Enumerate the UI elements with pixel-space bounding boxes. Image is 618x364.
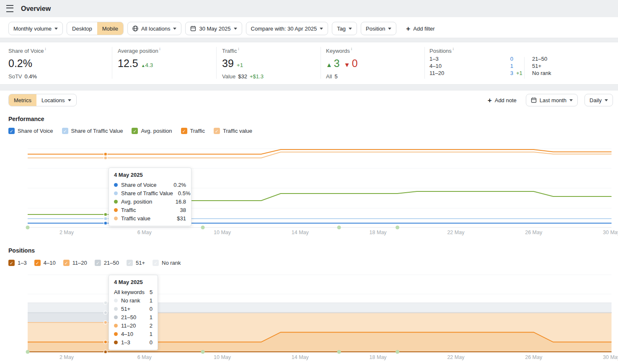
table-row: 51+ xyxy=(532,62,551,70)
info-icon[interactable]: i xyxy=(238,47,239,51)
series-dot-icon xyxy=(114,183,118,187)
tab-locations[interactable]: Locations xyxy=(36,94,76,106)
menu-icon[interactable] xyxy=(6,5,13,12)
plus-icon: + xyxy=(488,97,492,104)
positions-mini-table-right: 21–50 51+ No rank xyxy=(532,55,551,77)
tooltip-row: No rank1 xyxy=(114,296,153,305)
checkbox-checked-icon: ✓ xyxy=(181,128,187,134)
svg-text:18 May: 18 May xyxy=(370,230,387,235)
chevron-down-icon xyxy=(68,99,71,101)
stat-value: 0.2% xyxy=(8,57,32,70)
legend-traffic-value[interactable]: ✓Traffic value xyxy=(214,128,252,134)
chevron-down-icon xyxy=(349,28,352,30)
legend-traffic[interactable]: ✓Traffic xyxy=(181,128,205,134)
checkbox-checked-icon: ✓ xyxy=(127,260,133,266)
tooltip-row: All keywords5 xyxy=(114,288,153,296)
svg-text:30 May: 30 May xyxy=(603,354,618,360)
date-dropdown[interactable]: 30 May 2025 xyxy=(185,22,242,35)
positions-legend: ✓1–3 ✓4–10 ✓11–20 ✓21–50 ✓51+ ✓No rank xyxy=(8,260,181,266)
series-dot-icon xyxy=(114,307,118,311)
stat-average-position: Average positioni 12.5 ▲4.3 xyxy=(118,47,160,70)
info-icon[interactable]: i xyxy=(45,47,46,51)
position-dropdown[interactable]: Position xyxy=(361,22,396,35)
svg-text:10 May: 10 May xyxy=(214,354,231,360)
series-dot-icon xyxy=(114,315,118,319)
series-dot-icon xyxy=(114,217,118,220)
down-triangle-icon: ▼ xyxy=(344,61,350,68)
checkbox-checked-icon: ✓ xyxy=(62,128,68,134)
checkbox-checked-icon: ✓ xyxy=(8,128,15,134)
legend-21-50[interactable]: ✓21–50 xyxy=(95,260,119,266)
legend-share-of-voice[interactable]: ✓Share of Voice xyxy=(8,128,53,134)
tooltip-row: Share of Traffic Value0.5% xyxy=(114,189,186,197)
table-row: 1–3 0 xyxy=(429,55,522,62)
stat-delta: ▲4.3 xyxy=(141,62,153,68)
legend-share-of-traffic-value[interactable]: ✓Share of Traffic Value xyxy=(62,128,123,134)
stat-positions: Positionsi xyxy=(429,47,454,54)
position-dropdown-label: Position xyxy=(366,26,385,32)
granularity-dropdown-label: Daily xyxy=(590,97,602,103)
tag-dropdown[interactable]: Tag xyxy=(332,22,357,35)
divider xyxy=(216,47,217,79)
series-dot-icon xyxy=(114,208,118,212)
stat-keywords: Keywordsi ▲3 ▼0 All5 xyxy=(326,47,358,80)
volume-dropdown[interactable]: Monthly volume xyxy=(8,22,63,35)
device-toggle-mobile[interactable]: Mobile xyxy=(97,22,123,35)
info-icon[interactable]: i xyxy=(160,47,160,51)
positions-chart[interactable]: 2 May6 May10 May14 May18 May22 May26 May… xyxy=(0,271,618,364)
add-note-label: Add note xyxy=(495,97,517,103)
stat-label: Average position xyxy=(118,48,158,54)
series-dot-icon xyxy=(114,341,118,344)
divider xyxy=(424,47,425,79)
svg-text:14 May: 14 May xyxy=(292,230,309,235)
chevron-down-icon xyxy=(388,28,391,30)
calendar-icon xyxy=(190,26,196,31)
tooltip-row: Share of Voice0.2% xyxy=(114,181,186,189)
stat-sub-value: 0.4% xyxy=(25,73,37,80)
tab-metrics[interactable]: Metrics xyxy=(9,94,36,106)
stat-share-of-voice: Share of Voicei 0.2% SoTV0.4% xyxy=(8,47,46,80)
legend-11-20[interactable]: ✓11–20 xyxy=(63,260,87,266)
stat-sub-value: $32 xyxy=(238,73,247,80)
add-note-button[interactable]: + Add note xyxy=(485,94,519,106)
compare-dropdown[interactable]: Compare with: 30 Apr 2025 xyxy=(246,22,328,35)
range-dropdown[interactable]: Last month xyxy=(526,94,578,106)
add-filter-label: Add filter xyxy=(413,26,434,32)
granularity-dropdown[interactable]: Daily xyxy=(584,94,613,106)
stat-delta: +1 xyxy=(237,62,243,68)
info-icon[interactable]: i xyxy=(351,47,352,51)
locations-dropdown[interactable]: All locations xyxy=(127,22,181,35)
tooltip-row: 1–30 xyxy=(114,338,153,346)
tooltip-row: 4–101 xyxy=(114,330,153,338)
legend-1-3[interactable]: ✓1–3 xyxy=(8,260,27,266)
series-dot-icon xyxy=(114,200,118,204)
rank-tracker-overview-page: Overview Monthly volume Desktop Mobile A… xyxy=(0,0,618,364)
locations-dropdown-label: All locations xyxy=(141,26,170,32)
legend-avg-position[interactable]: ✓Avg. position xyxy=(132,128,172,134)
chevron-down-icon xyxy=(173,28,176,30)
volume-dropdown-label: Monthly volume xyxy=(13,26,52,32)
stat-sub-delta: +$1.3 xyxy=(250,73,264,80)
filter-bar: Monthly volume Desktop Mobile All locati… xyxy=(8,22,437,35)
legend-4-10[interactable]: ✓4–10 xyxy=(34,260,56,266)
series-dot-icon xyxy=(114,332,118,336)
tooltip-row: 21–501 xyxy=(114,313,153,321)
device-toggle-desktop[interactable]: Desktop xyxy=(67,22,97,35)
svg-text:2 May: 2 May xyxy=(59,354,74,360)
up-triangle-icon: ▲ xyxy=(141,63,145,68)
stat-label: Traffic xyxy=(222,48,237,54)
legend-no-rank[interactable]: ✓No rank xyxy=(153,260,181,266)
performance-chart[interactable]: 2 May6 May10 May14 May18 May22 May26 May… xyxy=(0,138,618,237)
tooltip-date: 4 May 2025 xyxy=(114,279,153,285)
compare-dropdown-label: Compare with: 30 Apr 2025 xyxy=(251,26,317,32)
stat-sub-label: All xyxy=(326,73,332,80)
svg-text:30 May: 30 May xyxy=(603,230,618,235)
stat-label: Keywords xyxy=(326,48,350,54)
legend-51-plus[interactable]: ✓51+ xyxy=(127,260,145,266)
performance-chart-tooltip: 4 May 2025 Share of Voice0.2% Share of T… xyxy=(109,168,191,226)
svg-text:22 May: 22 May xyxy=(447,354,465,360)
stat-sub-value: 5 xyxy=(334,73,337,80)
add-filter-button[interactable]: + Add filter xyxy=(403,22,437,35)
info-icon[interactable]: i xyxy=(453,47,454,51)
tab-locations-label: Locations xyxy=(41,97,65,103)
